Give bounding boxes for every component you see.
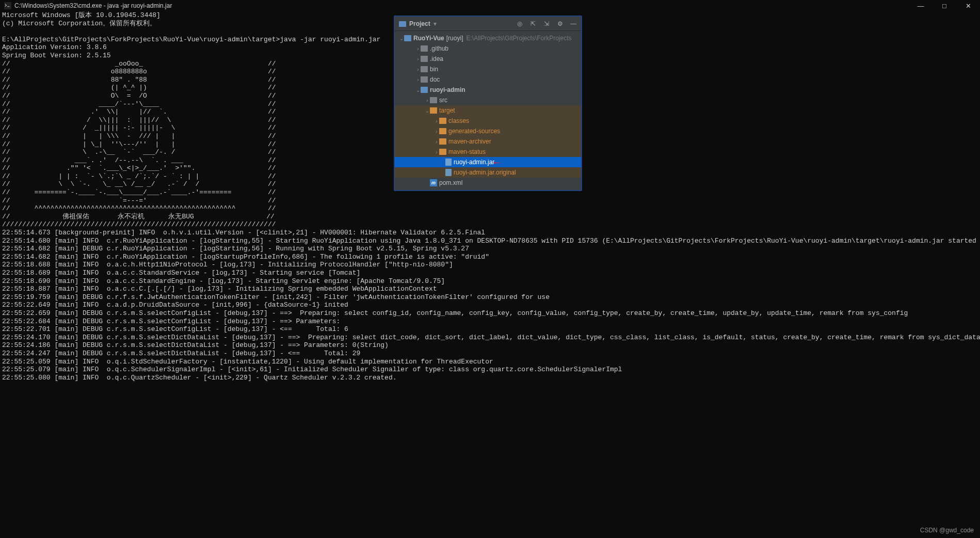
- folder-icon: [439, 118, 446, 124]
- tree-item--github[interactable]: ›.github: [395, 43, 581, 54]
- project-tree: ⌄ RuoYi-Vue [ruoyi] E:\AllProjects\GitPr…: [395, 31, 581, 190]
- jar-icon: [445, 159, 452, 166]
- tree-item-bin[interactable]: ›bin: [395, 64, 581, 74]
- tree-item-label: src: [439, 97, 447, 104]
- hide-icon[interactable]: —: [570, 20, 577, 27]
- tree-item-classes[interactable]: ›classes: [395, 116, 581, 126]
- chevron-icon: ›: [415, 56, 421, 62]
- project-icon: [399, 20, 406, 27]
- folder-icon: [421, 45, 428, 52]
- collapse-icon[interactable]: ⇱: [529, 20, 537, 27]
- chevron-icon: ›: [434, 149, 439, 155]
- window-title: C:\Windows\System32\cmd.exe - java -jar …: [14, 2, 172, 9]
- maximize-button[interactable]: □: [933, 0, 956, 11]
- chevron-icon: ›: [434, 139, 439, 145]
- chevron-icon: ›: [425, 98, 430, 103]
- svg-rect-1: [399, 21, 406, 27]
- folder-icon: [421, 56, 428, 62]
- chevron-icon: ⌄: [425, 108, 430, 114]
- tree-root-name: RuoYi-Vue: [413, 35, 444, 42]
- tree-item-label: maven-status: [448, 148, 486, 155]
- tree-item-maven-archiver[interactable]: ›maven-archiver: [395, 136, 581, 147]
- tree-item-generated-sources[interactable]: ›generated-sources: [395, 126, 581, 136]
- tree-item-doc[interactable]: ›doc: [395, 74, 581, 85]
- tree-item-label: ruoyi-admin.jar.original: [454, 169, 516, 176]
- tree-item-label: pom.xml: [439, 179, 462, 186]
- pom-icon: m: [430, 179, 437, 186]
- ide-panel-header: Project ▾ ◎ ⇱ ⇲ ⚙ —: [395, 17, 581, 31]
- folder-icon: [421, 76, 428, 83]
- chevron-icon: ›: [415, 77, 421, 83]
- chevron-down-icon: ⌄: [399, 36, 404, 41]
- gear-icon[interactable]: ⚙: [556, 20, 564, 27]
- tree-root-suffix: [ruoyi]: [446, 35, 463, 42]
- expand-icon[interactable]: ⇲: [543, 20, 550, 27]
- chevron-down-icon[interactable]: ▾: [433, 20, 437, 27]
- folder-icon: [439, 128, 446, 134]
- tree-item-label: classes: [448, 117, 469, 124]
- module-icon: [404, 35, 411, 41]
- tree-item-label: generated-sources: [448, 128, 500, 135]
- ide-project-panel: Project ▾ ◎ ⇱ ⇲ ⚙ — ⌄ RuoYi-Vue [ruoyi] …: [394, 15, 582, 191]
- tree-item-label: ruoyi-admin.jar: [454, 159, 494, 166]
- tree-item-ruoyi-admin-jar-original[interactable]: ruoyi-admin.jar.original: [395, 167, 581, 178]
- tree-item-label: maven-archiver: [448, 138, 491, 145]
- tree-item-label: doc: [430, 76, 440, 83]
- tree-item-maven-status[interactable]: ›maven-status: [395, 147, 581, 157]
- tree-item-src[interactable]: ›src: [395, 95, 581, 105]
- folder-icon: [430, 97, 437, 103]
- chevron-icon: ›: [434, 118, 439, 124]
- folder-icon: [430, 107, 437, 114]
- watermark: CSDN @gwd_code: [920, 527, 974, 534]
- tree-item-label: target: [439, 107, 455, 114]
- folder-icon: [421, 66, 428, 72]
- svg-rect-0: [4, 2, 11, 9]
- file-icon: [445, 169, 452, 176]
- ide-panel-title: Project: [409, 20, 430, 27]
- tree-item-target[interactable]: ⌄target: [395, 105, 581, 116]
- folder-icon: [439, 149, 446, 155]
- close-button[interactable]: ✕: [956, 0, 980, 11]
- tree-item-ruoyi-admin-jar[interactable]: ruoyi-admin.jar: [395, 157, 581, 167]
- chevron-icon: ›: [415, 67, 421, 72]
- chevron-icon: ⌄: [415, 87, 421, 93]
- tree-item-ruoyi-admin[interactable]: ⌄ruoyi-admin: [395, 85, 581, 95]
- tree-item-label: .github: [430, 45, 448, 52]
- target-icon[interactable]: ◎: [516, 20, 523, 27]
- chevron-icon: ›: [415, 46, 421, 52]
- folder-icon: [439, 138, 446, 145]
- tree-root[interactable]: ⌄ RuoYi-Vue [ruoyi] E:\AllProjects\GitPr…: [395, 33, 581, 43]
- tree-item-label: bin: [430, 66, 438, 73]
- cmd-icon: [4, 2, 11, 9]
- tree-item--idea[interactable]: ›.idea: [395, 54, 581, 64]
- window-titlebar: C:\Windows\System32\cmd.exe - java -jar …: [0, 0, 980, 11]
- annotation-arrow: ←: [492, 156, 502, 168]
- tree-item-label: ruoyi-admin: [430, 86, 465, 93]
- tree-item-pom-xml[interactable]: mpom.xml: [395, 178, 581, 188]
- tree-item-label: .idea: [430, 55, 443, 62]
- window-controls: — □ ✕: [909, 0, 980, 11]
- module-icon: [421, 87, 428, 93]
- chevron-icon: ›: [434, 129, 439, 134]
- tree-root-path: E:\AllProjects\GitProjects\ForkProjects: [466, 35, 571, 42]
- minimize-button[interactable]: —: [909, 0, 933, 11]
